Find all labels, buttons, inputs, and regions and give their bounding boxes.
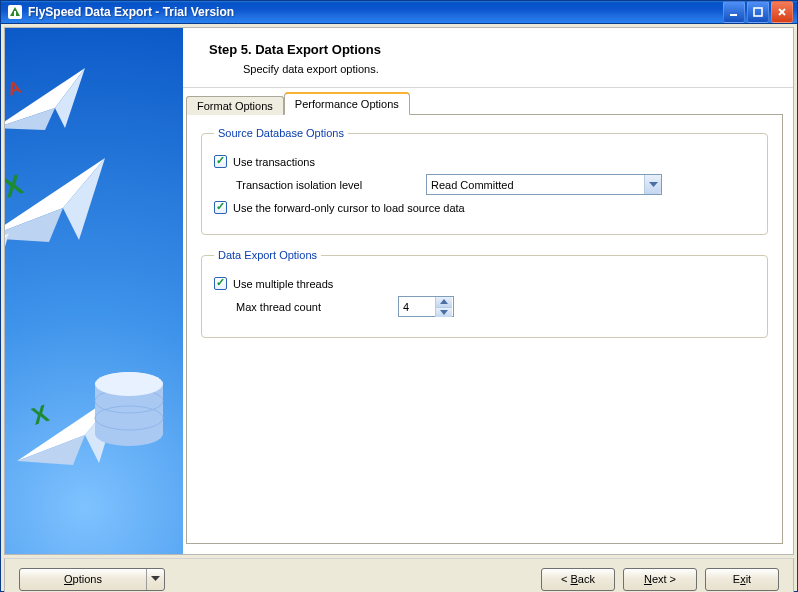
svg-text:X: X [28, 399, 52, 430]
spinner-down-button[interactable] [436, 307, 452, 317]
spinner-max-thread-count[interactable] [398, 296, 454, 317]
app-window: FlySpeed Data Export - Trial Version A [0, 0, 798, 592]
window-title: FlySpeed Data Export - Trial Version [28, 5, 723, 19]
chevron-down-icon [440, 310, 448, 315]
main-row: A X X [4, 27, 794, 555]
options-rest: ptions [73, 573, 102, 585]
titlebar[interactable]: FlySpeed Data Export - Trial Version [1, 1, 797, 24]
svg-text:A: A [5, 77, 24, 100]
group-legend-source: Source Database Options [214, 127, 348, 139]
label-isolation-level: Transaction isolation level [236, 179, 394, 191]
group-legend-export: Data Export Options [214, 249, 321, 261]
select-isolation-value: Read Committed [431, 179, 644, 191]
close-button[interactable] [771, 1, 793, 23]
minimize-icon [729, 7, 739, 17]
paper-plane-icon: A [5, 58, 95, 148]
maximize-button[interactable] [747, 1, 769, 23]
tabstrip: Format Options Performance Options [186, 92, 783, 114]
checkbox-multiple-threads[interactable] [214, 277, 227, 290]
options-button-label: Options [20, 569, 146, 590]
checkbox-forward-only-cursor[interactable] [214, 201, 227, 214]
svg-marker-13 [5, 233, 9, 274]
input-max-thread-count[interactable] [399, 297, 435, 316]
label-max-thread-count: Max thread count [236, 301, 356, 313]
back-button[interactable]: < Back [541, 568, 615, 591]
tab-region: Format Options Performance Options Sourc… [183, 88, 793, 554]
paper-plane-icon [5, 228, 17, 288]
spinner-up-button[interactable] [436, 297, 452, 307]
app-icon [7, 4, 23, 20]
select-isolation-level[interactable]: Read Committed [426, 174, 662, 195]
label-use-transactions[interactable]: Use transactions [233, 156, 315, 168]
chevron-down-icon[interactable] [146, 569, 164, 590]
tab-performance-options[interactable]: Performance Options [284, 93, 410, 115]
svg-point-21 [95, 372, 163, 396]
wizard-sidebar: A X X [5, 28, 183, 554]
svg-rect-1 [14, 11, 16, 16]
paper-plane-icon: X [5, 148, 115, 258]
step-subtitle: Specify data export options. [243, 63, 773, 75]
maximize-icon [753, 7, 763, 17]
next-button[interactable]: Next > [623, 568, 697, 591]
exit-button[interactable]: Exit [705, 568, 779, 591]
svg-text:X: X [5, 168, 27, 203]
wizard-content: Step 5. Data Export Options Specify data… [183, 28, 793, 554]
label-multiple-threads[interactable]: Use multiple threads [233, 278, 333, 290]
svg-rect-2 [730, 14, 737, 16]
minimize-button[interactable] [723, 1, 745, 23]
options-button[interactable]: Options [19, 568, 165, 591]
close-icon [777, 7, 787, 17]
step-title: Step 5. Data Export Options [209, 42, 773, 57]
wizard-footer: Options < Back Next > Exit [4, 558, 794, 592]
chevron-down-icon[interactable] [644, 175, 661, 194]
checkbox-use-transactions[interactable] [214, 155, 227, 168]
svg-rect-3 [754, 8, 762, 16]
label-forward-only-cursor[interactable]: Use the forward-only cursor to load sour… [233, 202, 465, 214]
group-source-database: Source Database Options Use transactions… [201, 127, 768, 235]
group-data-export: Data Export Options Use multiple threads… [201, 249, 768, 338]
tab-format-options[interactable]: Format Options [186, 96, 284, 115]
chevron-up-icon [440, 299, 448, 304]
step-header: Step 5. Data Export Options Specify data… [183, 28, 793, 88]
tabpanel-performance: Source Database Options Use transactions… [186, 114, 783, 544]
database-icon [89, 368, 169, 463]
client-area: A X X [1, 24, 797, 592]
